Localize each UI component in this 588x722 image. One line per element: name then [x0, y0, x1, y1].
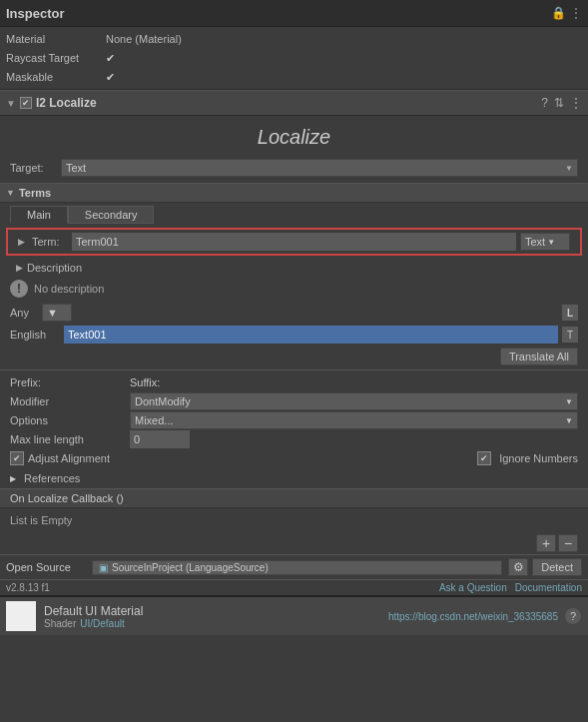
tab-main[interactable]: Main	[10, 206, 68, 224]
material-preview	[6, 601, 36, 631]
component-name: I2 Localize	[36, 96, 537, 110]
settings-area: Prefix: Suffix: Modifier DontModify ▼ Op…	[0, 369, 588, 470]
any-label: Any	[10, 307, 38, 319]
callback-row: On Localize Callback ()	[0, 488, 588, 508]
source-tag[interactable]: ▣ SourceInProject (LanguageSource)	[92, 560, 502, 575]
help-icon[interactable]: ?	[541, 96, 548, 110]
options-dropdown[interactable]: Mixed... ▼	[130, 411, 578, 429]
material-shader: Shader UI/Default	[44, 618, 380, 629]
target-row: Target: Text ▼	[0, 157, 588, 179]
modifier-label: Modifier	[10, 395, 130, 407]
terms-toggle-icon[interactable]: ▼	[6, 188, 15, 198]
options-row: Options Mixed... ▼	[10, 411, 578, 429]
top-properties: Material None (Material) Raycast Target …	[0, 27, 588, 90]
remove-button[interactable]: −	[558, 534, 578, 552]
warning-icon: !	[10, 280, 28, 298]
documentation-link[interactable]: Documentation	[515, 582, 582, 593]
ignore-numbers-label: Ignore Numbers	[499, 452, 578, 464]
english-row: English T	[0, 324, 588, 346]
adjust-align-checkbox[interactable]: ✔	[10, 451, 24, 465]
ask-question-link[interactable]: Ask a Question	[439, 582, 507, 593]
warning-row: ! No description	[0, 276, 588, 302]
component-header: ▼ ✔ I2 Localize ? ⇅ ⋮	[0, 90, 588, 116]
modifier-row: Modifier DontModify ▼	[10, 392, 578, 410]
footer-links: v2.8.13 f1 Ask a Question Documentation	[0, 579, 588, 595]
adjust-align-label: Adjust Alignment	[28, 452, 477, 464]
term-label: Term:	[32, 236, 68, 248]
tab-secondary[interactable]: Secondary	[68, 206, 155, 224]
modifier-dropdown[interactable]: DontModify ▼	[130, 392, 578, 410]
terms-tabs: Main Secondary	[0, 203, 588, 224]
ignore-numbers-checkbox[interactable]: ✔	[477, 451, 491, 465]
detect-button[interactable]: Detect	[532, 558, 582, 576]
references-row: ▶ References	[0, 470, 588, 486]
term-expand-icon[interactable]: ▶	[18, 237, 28, 247]
open-source-bar: Open Source ▣ SourceInProject (LanguageS…	[0, 554, 588, 579]
target-dropdown-arrow: ▼	[565, 164, 573, 173]
component-menu-icon[interactable]: ⋮	[570, 96, 582, 110]
target-label: Target:	[10, 162, 55, 174]
raycast-target-label: Raycast Target	[6, 52, 106, 64]
pm-row: + −	[0, 532, 588, 554]
terms-section-header: ▼ Terms	[0, 183, 588, 203]
kebab-menu-icon[interactable]: ⋮	[570, 6, 582, 20]
version-text: v2.8.13 f1	[6, 582, 431, 593]
english-input[interactable]	[64, 326, 558, 344]
l-badge: L	[562, 305, 578, 321]
term-type-dropdown[interactable]: Text ▼	[520, 233, 570, 251]
component-enabled-checkbox[interactable]: ✔	[20, 97, 32, 109]
english-label: English	[10, 329, 60, 341]
suffix-label: Suffix:	[130, 376, 160, 388]
settings-icon[interactable]: ⇅	[554, 96, 564, 110]
desc-expand-icon[interactable]: ▶	[16, 263, 23, 273]
material-value: None (Material)	[106, 33, 582, 45]
max-line-row: Max line length	[10, 430, 578, 448]
inspector-header: Inspector 🔒 ⋮	[0, 0, 588, 27]
description-row: ▶ Description	[0, 260, 588, 276]
max-line-label: Max line length	[10, 433, 130, 445]
add-button[interactable]: +	[536, 534, 556, 552]
source-file-icon: ▣	[99, 562, 108, 573]
shader-value[interactable]: UI/Default	[80, 618, 124, 629]
raycast-target-row: Raycast Target ✔	[6, 49, 582, 67]
localize-title: Localize	[0, 116, 588, 157]
desc-label: Description	[27, 262, 82, 274]
source-name: SourceInProject (LanguageSource)	[112, 562, 269, 573]
t-badge: T	[562, 327, 578, 343]
adjust-align-row: ✔ Adjust Alignment ✔ Ignore Numbers	[10, 449, 578, 467]
component-toggle-icon[interactable]: ▼	[6, 98, 16, 109]
references-label: References	[24, 472, 80, 484]
term-input[interactable]	[72, 233, 516, 251]
any-dropdown[interactable]: ▼	[42, 304, 72, 322]
prefix-label: Prefix:	[10, 376, 130, 388]
terms-section-label: Terms	[19, 187, 51, 199]
target-dropdown[interactable]: Text ▼	[61, 159, 578, 177]
options-arrow: ▼	[565, 416, 573, 425]
maskable-row: Maskable ✔	[6, 68, 582, 86]
material-row: Material None (Material)	[6, 30, 582, 48]
maskable-check[interactable]: ✔	[106, 71, 115, 84]
references-toggle-icon[interactable]: ▶	[10, 474, 16, 483]
material-label: Material	[6, 33, 106, 45]
material-name: Default UI Material	[44, 604, 380, 618]
modifier-arrow: ▼	[565, 397, 573, 406]
prefix-suffix-row: Prefix: Suffix:	[10, 373, 578, 391]
shader-label: Shader	[44, 618, 76, 629]
lock-icon[interactable]: 🔒	[551, 6, 566, 20]
warning-text: No description	[34, 283, 104, 295]
inspector-title: Inspector	[6, 6, 65, 21]
open-source-label: Open Source	[6, 561, 86, 573]
term-type-arrow: ▼	[547, 238, 555, 247]
list-empty: List is Empty	[0, 508, 588, 532]
material-row-bottom: Default UI Material Shader UI/Default ht…	[0, 595, 588, 635]
any-row: Any ▼ L	[0, 302, 588, 324]
raycast-target-check[interactable]: ✔	[106, 52, 115, 65]
translate-all-button[interactable]: Translate All	[500, 348, 578, 365]
maskable-label: Maskable	[6, 71, 106, 83]
url-text[interactable]: https://blog.csdn.net/weixin_36335685	[388, 611, 558, 622]
translate-row: Translate All	[0, 346, 588, 367]
question-button[interactable]: ?	[564, 607, 582, 625]
callback-label: On Localize Callback ()	[10, 492, 124, 504]
max-line-input[interactable]	[130, 430, 190, 448]
gear-button[interactable]: ⚙	[508, 558, 528, 576]
